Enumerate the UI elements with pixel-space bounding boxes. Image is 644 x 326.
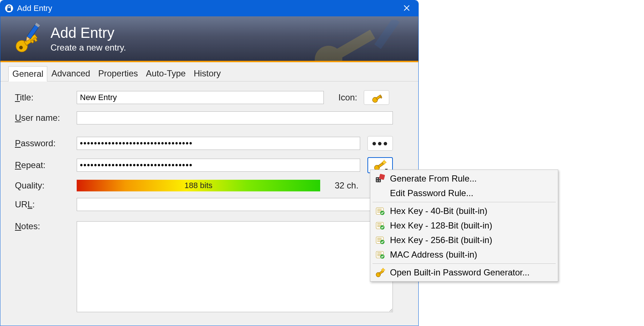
username-input[interactable]: [77, 111, 393, 124]
svg-point-23: [377, 180, 378, 182]
repeat-input[interactable]: [77, 159, 360, 172]
header-title: Add Entry: [51, 25, 126, 41]
tab-properties[interactable]: Properties: [94, 66, 142, 81]
dots-icon: ●●●: [372, 139, 389, 148]
menu-hex-256[interactable]: Hex Key - 256-Bit (built-in): [370, 233, 558, 247]
title-input[interactable]: [77, 91, 324, 104]
url-label: URL:: [15, 199, 77, 210]
menu-label: Hex Key - 256-Bit (built-in): [390, 235, 492, 245]
svg-point-21: [377, 178, 378, 179]
menu-generate-from-rule[interactable]: Generate From Rule...: [370, 171, 558, 186]
svg-rect-12: [374, 20, 400, 49]
menu-label: Open Built-in Password Generator...: [390, 267, 530, 278]
generate-password-menu: Generate From Rule... Edit Password Rule…: [370, 170, 558, 282]
menu-separator: [373, 202, 556, 202]
quality-chars: 32 ch.: [335, 180, 358, 191]
notes-row: Notes:: [15, 221, 404, 312]
header-subtitle: Create a new entry.: [51, 43, 126, 53]
menu-open-generator[interactable]: Open Built-in Password Generator...: [370, 265, 558, 280]
repeat-label: Repeat:: [15, 160, 77, 170]
title-row: Title: Icon:: [15, 90, 404, 105]
tab-strip: General Advanced Properties Auto-Type Hi…: [0, 62, 418, 82]
close-icon: [403, 4, 410, 12]
menu-label: Hex Key - 128-Bit (built-in): [390, 220, 492, 231]
menu-edit-password-rule[interactable]: Edit Password Rule...: [370, 186, 558, 200]
username-label: User name:: [15, 113, 77, 123]
menu-hex-40[interactable]: Hex Key - 40-Bit (built-in): [370, 204, 558, 218]
svg-rect-1: [7, 8, 11, 11]
menu-separator: [373, 263, 556, 264]
general-tab-panel: Title: Icon: User name: Password:: [0, 82, 418, 326]
titlebar: Add Entry: [0, 0, 418, 16]
key-sparkle-icon: [373, 268, 387, 277]
tab-autotype[interactable]: Auto-Type: [142, 66, 190, 81]
tab-general[interactable]: General: [8, 66, 47, 82]
key-pencil-icon: [10, 22, 43, 55]
svg-point-36: [382, 269, 385, 271]
menu-label: MAC Address (built-in): [390, 250, 477, 260]
menu-label: Generate From Rule...: [390, 174, 477, 184]
lock-icon: [5, 4, 13, 13]
icon-label: Icon:: [338, 92, 357, 103]
notes-label: Notes:: [15, 221, 77, 231]
dice-icon: [373, 174, 387, 184]
password-label: Password:: [15, 138, 77, 148]
quality-bits: 188 bits: [184, 181, 212, 190]
quality-meter: 188 bits: [77, 180, 320, 191]
add-entry-window: Add Entry: [0, 0, 419, 326]
tab-history[interactable]: History: [190, 66, 225, 81]
profile-check-icon: [373, 250, 387, 259]
password-input[interactable]: [77, 137, 360, 150]
menu-hex-128[interactable]: Hex Key - 128-Bit (built-in): [370, 218, 558, 233]
reveal-password-button[interactable]: ●●●: [367, 136, 393, 151]
header-banner: Add Entry Create a new entry.: [0, 16, 418, 62]
quality-label: Quality:: [15, 180, 77, 191]
url-input[interactable]: [77, 198, 393, 211]
key-icon: [370, 92, 383, 103]
url-row: URL:: [15, 198, 404, 211]
tab-advanced[interactable]: Advanced: [47, 66, 94, 81]
password-row: Password: ●●●: [15, 136, 404, 151]
profile-check-icon: [373, 221, 387, 230]
menu-label: Edit Password Rule...: [390, 188, 473, 198]
menu-label: Hex Key - 40-Bit (built-in): [390, 206, 487, 216]
profile-check-icon: [373, 235, 387, 245]
decorative-key-icon: [302, 20, 411, 62]
menu-mac-address[interactable]: MAC Address (built-in): [370, 247, 558, 262]
title-label: Title:: [15, 92, 77, 103]
notes-input[interactable]: [77, 221, 393, 312]
close-button[interactable]: [399, 3, 414, 14]
svg-point-18: [383, 161, 386, 164]
svg-rect-17: [378, 163, 384, 168]
icon-picker-button[interactable]: [364, 90, 389, 105]
window-title: Add Entry: [17, 4, 399, 13]
svg-rect-11: [335, 30, 375, 59]
username-row: User name:: [15, 111, 404, 124]
profile-check-icon: [373, 206, 387, 216]
repeat-row: Repeat:: [15, 157, 404, 173]
quality-row: Quality: 188 bits 32 ch.: [15, 180, 404, 191]
svg-point-24: [379, 180, 380, 182]
